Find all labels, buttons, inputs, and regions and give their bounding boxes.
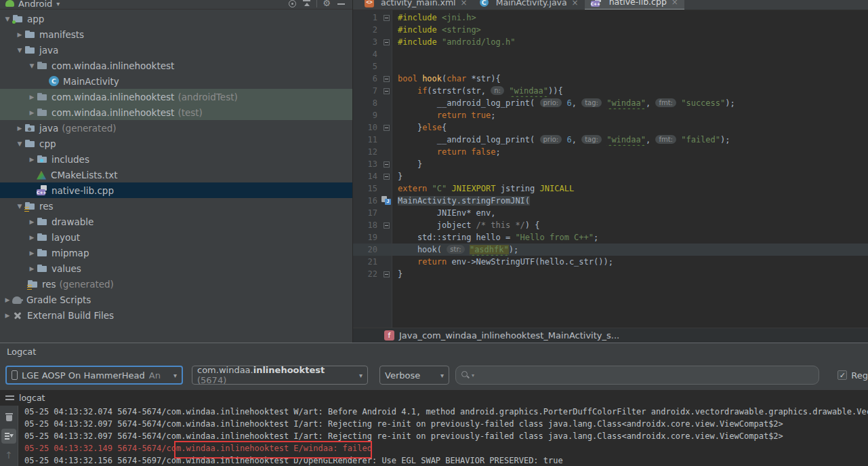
tree-item-res[interactable]: ▼res <box>0 198 352 214</box>
code-line-12[interactable]: return false; <box>392 146 868 158</box>
fold-marker-icon[interactable] <box>384 125 390 131</box>
tree-expand-arrow-icon[interactable]: ▼ <box>3 16 12 22</box>
code-line-5[interactable] <box>392 60 868 73</box>
tree-item-mainactivity[interactable]: CMainActivity <box>0 73 352 89</box>
tree-item-res[interactable]: res (generated) <box>0 276 352 292</box>
code-line-10[interactable]: }else{ <box>392 121 868 134</box>
close-icon[interactable]: × <box>461 0 468 7</box>
scroll-to-end-button[interactable] <box>1 429 16 444</box>
fold-marker-icon[interactable] <box>384 174 390 180</box>
tree-expand-arrow-icon[interactable]: ▶ <box>27 234 37 241</box>
editor-panel: <>activity_main.xml×CMainActivity.java×C… <box>353 0 868 343</box>
code-line-21[interactable]: return env->NewStringUTF(hello.c_str()); <box>392 256 868 268</box>
tree-expand-arrow-icon[interactable]: ▶ <box>15 31 24 38</box>
tree-expand-arrow-icon[interactable]: ▼ <box>15 47 24 54</box>
code-line-14[interactable]: } <box>392 170 868 182</box>
tree-item-cmakelists-txt[interactable]: CMakeLists.txt <box>0 167 352 182</box>
hamburger-icon[interactable] <box>5 395 14 401</box>
close-icon[interactable]: × <box>671 0 678 7</box>
tree-expand-arrow-icon[interactable]: ▼ <box>15 203 24 210</box>
code-line-6[interactable]: bool hook(char *str){ <box>392 73 868 85</box>
tab-native-lib-cpp[interactable]: C++native-lib.cpp× <box>585 0 684 10</box>
fold-marker-icon[interactable] <box>384 222 390 229</box>
fold-marker-icon[interactable] <box>384 39 390 45</box>
log-line-1: 05-25 04:13:32.074 5674-5674/com.windaa.… <box>24 406 868 418</box>
code-line-18[interactable]: jobject /* this */) { <box>392 219 868 231</box>
code-line-13[interactable]: } <box>392 158 868 170</box>
tree-item-values[interactable]: ▶values <box>0 260 352 276</box>
code-line-9[interactable]: return true; <box>392 109 868 121</box>
process-selector[interactable]: com.windaa.inlinehooktest (5674) ▾ <box>192 366 368 385</box>
hide-panel-icon[interactable] <box>336 0 347 9</box>
tree-expand-arrow-icon[interactable]: ▼ <box>15 140 24 147</box>
tree-item-includes[interactable]: ▶includes <box>0 151 352 167</box>
tree-expand-arrow-icon[interactable]: ▶ <box>27 250 37 256</box>
fold-marker-icon[interactable] <box>384 161 390 168</box>
code-line-16[interactable]: MainActivity.stringFromJNI( <box>392 195 868 207</box>
jni-link-icon[interactable]: J <box>381 196 391 205</box>
context-function-name[interactable]: Java_com_windaa_inlinehooktest_MainActiv… <box>399 330 619 341</box>
tree-item-drawable[interactable]: ▶drawable <box>0 214 352 229</box>
code-line-2[interactable]: #include <string> <box>392 24 868 36</box>
code-line-7[interactable]: if(strstr(str, n: "windaa")){ <box>392 85 868 97</box>
tab-mainactivity-java[interactable]: CMainActivity.java× <box>474 0 585 10</box>
code-line-20[interactable]: hook( str: "asdhfk"); <box>392 244 868 256</box>
tree-item-mipmap[interactable]: ▶mipmap <box>0 245 352 260</box>
tree-item-com-windaa-inlinehooktest[interactable]: ▶com.windaa.inlinehooktest (androidTest) <box>0 89 352 104</box>
fold-marker-icon[interactable] <box>384 271 390 277</box>
fold-marker-icon[interactable] <box>384 15 390 21</box>
clear-log-button[interactable] <box>1 410 16 425</box>
regex-checkbox[interactable]: ✓ <box>838 370 847 380</box>
tree-item-java[interactable]: ▼java <box>0 42 352 58</box>
folder-icon <box>37 216 47 227</box>
chevron-down-icon[interactable]: ▾ <box>56 0 60 7</box>
locate-file-icon[interactable] <box>289 0 296 7</box>
line-number: 4 <box>373 48 377 60</box>
code-line-1[interactable]: #include <jni.h> <box>392 12 868 24</box>
tab-activity-main-xml[interactable]: <>activity_main.xml× <box>358 0 474 10</box>
folder-icon <box>37 232 47 243</box>
tree-expand-arrow-icon[interactable]: ▶ <box>3 312 12 319</box>
tree-expand-arrow-icon[interactable]: ▶ <box>27 156 37 163</box>
code-line-4[interactable] <box>392 48 868 60</box>
tree-item-app[interactable]: ▼app <box>0 11 352 26</box>
tree-expand-arrow-icon[interactable]: ▶ <box>27 94 37 100</box>
code-line-19[interactable]: std::string hello = "Hello from C++"; <box>392 231 868 244</box>
tree-expand-arrow-icon[interactable]: ▶ <box>27 265 37 272</box>
scroll-up-button[interactable]: ↑ <box>1 448 16 463</box>
project-view-selector[interactable]: Android <box>18 0 52 9</box>
log-line-4: 05-25 04:13:32.149 5674-5674/com.windaa.… <box>24 442 868 454</box>
fold-marker-icon[interactable] <box>384 76 390 82</box>
tree-expand-arrow-icon[interactable]: ▶ <box>15 125 24 132</box>
tree-expand-arrow-icon[interactable]: ▶ <box>27 218 37 225</box>
device-selector[interactable]: LGE AOSP On HammerHead An ▾ <box>5 366 183 385</box>
code-line-17[interactable]: JNIEnv* env, <box>392 207 868 219</box>
tree-item-cpp[interactable]: ▼cpp <box>0 136 352 151</box>
code-line-22[interactable]: } <box>392 268 868 280</box>
code-line-8[interactable]: __android_log_print( prio: 6, tag: "wind… <box>392 97 868 109</box>
fold-marker-icon[interactable] <box>384 88 390 94</box>
tree-item-layout[interactable]: ▶layout <box>0 229 352 245</box>
log-search-box[interactable]: ▾ <box>455 366 819 385</box>
editor-context-bar: f Java_com_windaa_inlinehooktest_MainAct… <box>353 328 868 343</box>
log-level-selector[interactable]: Verbose ▾ <box>379 366 449 385</box>
tree-item-native-lib-cpp[interactable]: C++native-lib.cpp <box>0 182 352 198</box>
collapse-all-icon[interactable] <box>302 0 312 9</box>
code-line-11[interactable]: __android_log_print( prio: 6, tag: "wind… <box>392 134 868 146</box>
code-line-3[interactable]: #include "android/log.h" <box>392 36 868 48</box>
close-icon[interactable]: × <box>572 0 579 7</box>
tree-item-com-windaa-inlinehooktest[interactable]: ▶com.windaa.inlinehooktest (test) <box>0 104 352 120</box>
tree-item-external-build-files[interactable]: ▶External Build Files <box>0 307 352 323</box>
tree-expand-arrow-icon[interactable]: ▶ <box>27 109 37 116</box>
tree-item-com-windaa-inlinehooktest[interactable]: ▼com.windaa.inlinehooktest <box>0 58 352 73</box>
logcat-view-tab[interactable]: logcat <box>0 390 868 406</box>
gear-icon[interactable]: ⚙ <box>321 0 332 9</box>
code-line-15[interactable]: extern "C" JNIEXPORT jstring JNICALL <box>392 182 868 195</box>
tree-expand-arrow-icon[interactable]: ▶ <box>3 296 12 303</box>
tree-item-java[interactable]: ▶java (generated) <box>0 120 352 136</box>
search-input[interactable] <box>476 370 813 381</box>
tree-expand-arrow-icon[interactable]: ▼ <box>27 62 37 69</box>
search-history-chevron-icon[interactable]: ▾ <box>472 372 474 378</box>
tree-item-gradle-scripts[interactable]: ▶Gradle Scripts <box>0 292 352 307</box>
tree-item-manifests[interactable]: ▶manifests <box>0 26 352 42</box>
